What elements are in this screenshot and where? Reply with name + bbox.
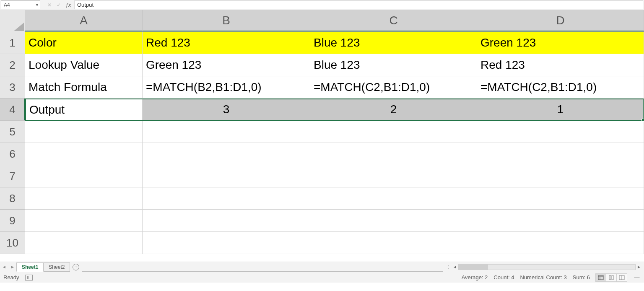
zoom-out-icon[interactable]: — bbox=[633, 274, 641, 281]
cell-B4[interactable]: 3 bbox=[143, 99, 310, 121]
column-headers: A B C D bbox=[0, 10, 644, 32]
row-header-9[interactable]: 9 bbox=[0, 210, 25, 232]
cell-B10[interactable] bbox=[143, 232, 310, 254]
col-header-C[interactable]: C bbox=[310, 10, 477, 31]
cell-D10[interactable] bbox=[477, 232, 644, 254]
cell-A7[interactable] bbox=[25, 165, 143, 187]
row-header-5[interactable]: 5 bbox=[0, 121, 25, 143]
spreadsheet-grid[interactable]: A B C D 1 Color Red 123 Blue 123 Green 1… bbox=[0, 10, 644, 262]
accept-formula-icon[interactable]: ✓ bbox=[54, 0, 63, 10]
cell-C6[interactable] bbox=[310, 143, 477, 165]
tab-bar-spacer bbox=[82, 262, 443, 272]
cell-D4[interactable]: 1 bbox=[477, 99, 644, 121]
cancel-formula-icon[interactable]: ✕ bbox=[45, 0, 54, 10]
scroll-right-icon[interactable]: ► bbox=[636, 265, 642, 269]
col-header-B[interactable]: B bbox=[143, 10, 310, 31]
scroll-split-icon[interactable]: ⋮ bbox=[445, 265, 452, 269]
cell-C7[interactable] bbox=[310, 165, 477, 187]
scroll-thumb[interactable] bbox=[459, 265, 488, 270]
cell-D5[interactable] bbox=[477, 121, 644, 143]
table-row: 5 bbox=[0, 121, 644, 143]
fx-icon[interactable]: ƒx bbox=[63, 0, 73, 10]
view-normal-icon[interactable] bbox=[595, 273, 606, 282]
cell-B8[interactable] bbox=[143, 187, 310, 210]
macro-record-icon[interactable] bbox=[25, 275, 33, 281]
cell-B7[interactable] bbox=[143, 165, 310, 187]
sheet-tab-bar: ◄ ► Sheet1 Sheet2 + ⋮ ◄ ► bbox=[0, 262, 644, 272]
cell-B3[interactable]: =MATCH(B2,B1:D1,0) bbox=[143, 76, 310, 99]
status-average: Average: 2 bbox=[462, 274, 488, 281]
cell-C10[interactable] bbox=[310, 232, 477, 254]
cell-B2[interactable]: Green 123 bbox=[143, 54, 310, 76]
chevron-down-icon[interactable]: ▼ bbox=[35, 3, 39, 7]
name-box-value: A4 bbox=[4, 2, 10, 8]
view-page-layout-icon[interactable] bbox=[606, 273, 617, 282]
cell-C9[interactable] bbox=[310, 210, 477, 232]
tab-nav[interactable]: ◄ ► bbox=[0, 262, 17, 272]
cell-A4[interactable] bbox=[25, 99, 143, 121]
formula-input-value: Output bbox=[77, 2, 93, 8]
grid-rows: 1 Color Red 123 Blue 123 Green 123 2 Loo… bbox=[0, 32, 644, 254]
scroll-track[interactable] bbox=[458, 264, 636, 270]
status-mode: Ready bbox=[3, 274, 19, 281]
horizontal-scrollbar[interactable]: ⋮ ◄ ► bbox=[443, 262, 644, 272]
cell-C1[interactable]: Blue 123 bbox=[310, 32, 477, 54]
scroll-left-icon[interactable]: ◄ bbox=[452, 265, 458, 269]
select-all-triangle[interactable] bbox=[0, 10, 25, 32]
add-sheet-button[interactable]: + bbox=[70, 262, 82, 272]
view-buttons bbox=[596, 273, 627, 282]
cell-A1[interactable]: Color bbox=[25, 32, 143, 54]
cell-C3[interactable]: =MATCH(C2,B1:D1,0) bbox=[310, 76, 477, 99]
status-count: Count: 4 bbox=[493, 274, 514, 281]
status-bar: Ready Average: 2 Count: 4 Numerical Coun… bbox=[0, 272, 644, 283]
sheet-tab-sheet2[interactable]: Sheet2 bbox=[43, 262, 70, 271]
cell-D1[interactable]: Green 123 bbox=[477, 32, 644, 54]
cell-A2[interactable]: Lookup Value bbox=[25, 54, 143, 76]
chevron-right-icon[interactable]: ► bbox=[10, 265, 15, 269]
zoom-control[interactable]: — bbox=[633, 274, 641, 281]
cell-D3[interactable]: =MATCH(C2,B1:D1,0) bbox=[477, 76, 644, 99]
cell-B1[interactable]: Red 123 bbox=[143, 32, 310, 54]
row-header-2[interactable]: 2 bbox=[0, 54, 25, 76]
cell-C8[interactable] bbox=[310, 187, 477, 210]
view-page-break-icon[interactable] bbox=[616, 273, 627, 282]
cell-C4[interactable]: 2 bbox=[310, 99, 477, 121]
col-header-D[interactable]: D bbox=[477, 10, 644, 31]
row-header-8[interactable]: 8 bbox=[0, 187, 25, 210]
table-row: 3 Match Formula =MATCH(B2,B1:D1,0) =MATC… bbox=[0, 76, 644, 99]
table-row: 1 Color Red 123 Blue 123 Green 123 bbox=[0, 32, 644, 54]
row-header-10[interactable]: 10 bbox=[0, 232, 25, 254]
cell-B5[interactable] bbox=[143, 121, 310, 143]
row-header-3[interactable]: 3 bbox=[0, 76, 25, 99]
cell-A5[interactable] bbox=[25, 121, 143, 143]
formula-input[interactable]: Output bbox=[74, 0, 643, 9]
cell-D2[interactable]: Red 123 bbox=[477, 54, 644, 76]
svg-rect-4 bbox=[612, 275, 613, 280]
svg-rect-0 bbox=[598, 275, 603, 280]
table-row: 8 bbox=[0, 187, 644, 210]
sheet-tab-sheet1[interactable]: Sheet1 bbox=[16, 262, 44, 272]
cell-A8[interactable] bbox=[25, 187, 143, 210]
cell-A3[interactable]: Match Formula bbox=[25, 76, 143, 99]
cell-A10[interactable] bbox=[25, 232, 143, 254]
row-header-6[interactable]: 6 bbox=[0, 143, 25, 165]
name-box[interactable]: A4 ▼ bbox=[1, 0, 40, 9]
cell-A6[interactable] bbox=[25, 143, 143, 165]
table-row: 10 bbox=[0, 232, 644, 254]
cell-C5[interactable] bbox=[310, 121, 477, 143]
cell-B9[interactable] bbox=[143, 210, 310, 232]
cell-C2[interactable]: Blue 123 bbox=[310, 54, 477, 76]
row-header-4[interactable]: 4 bbox=[0, 99, 25, 121]
cell-D6[interactable] bbox=[477, 143, 644, 165]
cell-D9[interactable] bbox=[477, 210, 644, 232]
row-header-7[interactable]: 7 bbox=[0, 165, 25, 187]
cell-B6[interactable] bbox=[143, 143, 310, 165]
col-header-A[interactable]: A bbox=[25, 10, 143, 31]
cell-A9[interactable] bbox=[25, 210, 143, 232]
svg-rect-3 bbox=[609, 275, 611, 280]
table-row: 4 3 2 1 bbox=[0, 99, 644, 121]
cell-D8[interactable] bbox=[477, 187, 644, 210]
row-header-1[interactable]: 1 bbox=[0, 32, 25, 54]
chevron-left-icon[interactable]: ◄ bbox=[2, 265, 6, 269]
cell-D7[interactable] bbox=[477, 165, 644, 187]
